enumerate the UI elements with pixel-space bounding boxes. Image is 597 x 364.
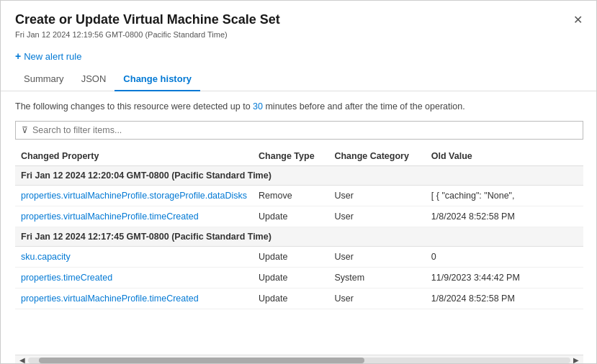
oldvalue-cell: 1/8/2024 8:52:58 PM bbox=[426, 206, 583, 227]
table-row: properties.timeCreatedUpdateSystem11/9/2… bbox=[15, 267, 583, 288]
type-cell: Update bbox=[253, 267, 328, 288]
notice-highlight: 30 bbox=[253, 101, 263, 112]
tab-summary[interactable]: Summary bbox=[15, 68, 73, 91]
table-container: Changed Property Change Type Change Cate… bbox=[15, 147, 583, 355]
new-alert-button[interactable]: + New alert rule bbox=[15, 50, 81, 62]
scroll-left-arrow[interactable]: ◀ bbox=[17, 356, 28, 364]
filter-icon: ⊽ bbox=[22, 125, 28, 135]
table-row: properties.virtualMachineProfile.timeCre… bbox=[15, 288, 583, 309]
table-group-row: Fri Jan 12 2024 12:20:04 GMT-0800 (Pacif… bbox=[15, 165, 583, 185]
type-cell: Remove bbox=[253, 185, 328, 206]
horizontal-scrollbar[interactable]: ◀ ▶ bbox=[15, 355, 583, 364]
changes-table: Changed Property Change Type Change Cate… bbox=[15, 147, 583, 309]
type-cell: Update bbox=[253, 288, 328, 309]
type-cell: Update bbox=[253, 246, 328, 267]
scroll-right-arrow[interactable]: ▶ bbox=[570, 356, 582, 364]
new-alert-label: New alert rule bbox=[24, 51, 81, 62]
search-box[interactable]: ⊽ bbox=[15, 121, 583, 140]
col-header-oldvalue: Old Value bbox=[426, 147, 583, 166]
table-row: sku.capacityUpdateUser0 bbox=[15, 246, 583, 267]
category-cell: System bbox=[328, 267, 425, 288]
table-group-row: Fri Jan 12 2024 12:17:45 GMT-0800 (Pacif… bbox=[15, 227, 583, 246]
category-cell: User bbox=[328, 206, 425, 227]
oldvalue-cell: [ { "caching": "None", bbox=[426, 185, 583, 206]
property-cell[interactable]: properties.virtualMachineProfile.timeCre… bbox=[15, 206, 253, 227]
col-header-category: Change Category bbox=[328, 147, 425, 166]
col-header-property: Changed Property bbox=[15, 147, 253, 166]
notice-suffix: minutes before and after the time of the… bbox=[263, 101, 465, 112]
plus-icon: + bbox=[15, 50, 21, 62]
notice-text: The following changes to this resource w… bbox=[15, 100, 583, 114]
property-cell[interactable]: properties.virtualMachineProfile.timeCre… bbox=[15, 288, 253, 309]
notice-prefix: The following changes to this resource w… bbox=[15, 101, 253, 112]
close-button[interactable]: ✕ bbox=[569, 11, 586, 28]
dialog-header: Create or Update Virtual Machine Scale S… bbox=[1, 1, 597, 45]
group-label: Fri Jan 12 2024 12:17:45 GMT-0800 (Pacif… bbox=[15, 227, 583, 246]
type-cell: Update bbox=[253, 206, 328, 227]
tabs-container: Summary JSON Change history bbox=[1, 68, 597, 91]
dialog-subtitle: Fri Jan 12 2024 12:19:56 GMT-0800 (Pacif… bbox=[15, 30, 583, 39]
scrollbar-track[interactable] bbox=[28, 358, 570, 363]
main-content: The following changes to this resource w… bbox=[1, 91, 597, 364]
dialog: Create or Update Virtual Machine Scale S… bbox=[1, 1, 597, 364]
scrollbar-thumb[interactable] bbox=[39, 358, 364, 363]
group-label: Fri Jan 12 2024 12:20:04 GMT-0800 (Pacif… bbox=[15, 165, 583, 185]
table-row: properties.virtualMachineProfile.storage… bbox=[15, 185, 583, 206]
tab-json[interactable]: JSON bbox=[73, 68, 115, 91]
table-row: properties.virtualMachineProfile.timeCre… bbox=[15, 206, 583, 227]
category-cell: User bbox=[328, 185, 425, 206]
category-cell: User bbox=[328, 246, 425, 267]
dialog-title: Create or Update Virtual Machine Scale S… bbox=[15, 12, 583, 27]
table-header-row: Changed Property Change Type Change Cate… bbox=[15, 147, 583, 166]
property-cell[interactable]: properties.timeCreated bbox=[15, 267, 253, 288]
oldvalue-cell: 0 bbox=[426, 246, 583, 267]
col-header-type: Change Type bbox=[253, 147, 328, 166]
oldvalue-cell: 1/8/2024 8:52:58 PM bbox=[426, 288, 583, 309]
tab-change-history[interactable]: Change history bbox=[115, 68, 200, 91]
toolbar: + New alert rule bbox=[1, 45, 597, 68]
property-cell[interactable]: sku.capacity bbox=[15, 246, 253, 267]
search-input[interactable] bbox=[32, 125, 577, 135]
property-cell[interactable]: properties.virtualMachineProfile.storage… bbox=[15, 185, 253, 206]
category-cell: User bbox=[328, 288, 425, 309]
oldvalue-cell: 11/9/2023 3:44:42 PM bbox=[426, 267, 583, 288]
